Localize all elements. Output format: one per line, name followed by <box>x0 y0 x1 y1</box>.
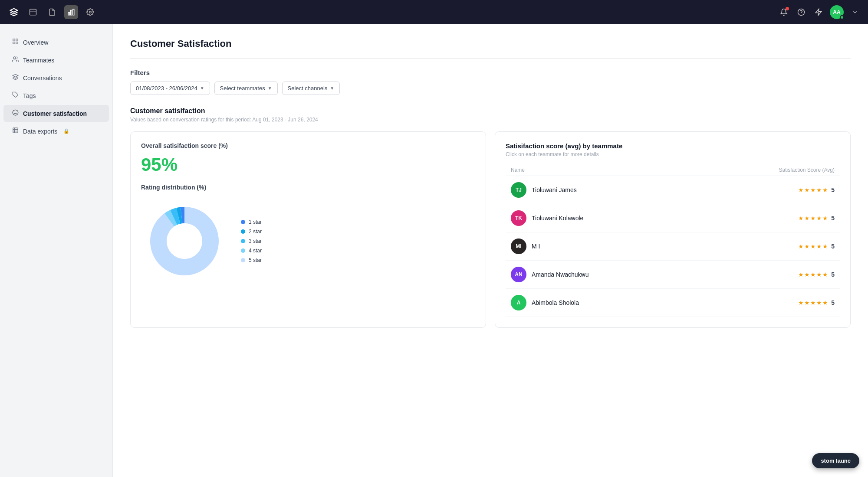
right-card-title: Satisifaction score (avg) by teammate <box>506 142 840 150</box>
avatar-mi: MI <box>511 238 526 254</box>
teammate-left-tj: TJ Tioluwani James <box>511 182 577 198</box>
svg-rect-9 <box>16 39 18 41</box>
legend-4star: 4 star <box>241 248 262 254</box>
legend-1star: 1 star <box>241 219 262 225</box>
overall-score: 95% <box>141 154 475 175</box>
bolt-icon[interactable] <box>812 6 825 18</box>
date-range-filter[interactable]: 01/08/2023 - 26/06/2024 ▼ <box>130 82 210 95</box>
layout: Overview Teammates Conversations Tags Cu… <box>0 0 868 477</box>
table-header: Name Satisfaction Score (Avg) <box>506 164 840 176</box>
svg-point-12 <box>13 57 16 59</box>
svg-point-15 <box>13 110 18 115</box>
score-num-a: 5 <box>831 299 835 306</box>
avatar-a: A <box>511 295 526 310</box>
channels-filter[interactable]: Select channels ▼ <box>282 82 340 95</box>
sidebar-item-data-exports[interactable]: Data exports 🔒 <box>3 123 109 140</box>
sidebar-item-tags[interactable]: Tags <box>3 87 109 104</box>
svg-marker-13 <box>13 74 18 77</box>
tag-icon <box>12 91 19 100</box>
svg-point-24 <box>167 223 202 259</box>
stars-tk: ★★★★★ 5 <box>798 215 835 222</box>
teammate-name-tj: Tioluwani James <box>532 186 577 193</box>
score-label: Overall satisifaction score (%) <box>141 142 475 149</box>
table-icon <box>12 127 19 135</box>
lock-icon: 🔒 <box>63 128 69 134</box>
right-card: Satisifaction score (avg) by teammate Cl… <box>495 131 851 328</box>
teammate-row-tj[interactable]: TJ Tioluwani James ★★★★★ 5 <box>506 176 840 204</box>
teammates-filter[interactable]: Select teammates ▼ <box>214 82 278 95</box>
left-card: Overall satisifaction score (%) 95% Rati… <box>130 131 486 328</box>
layers-icon <box>12 74 19 82</box>
score-num-mi: 5 <box>831 243 835 250</box>
topnav-right: AA <box>778 5 861 19</box>
svg-rect-10 <box>13 42 15 44</box>
teammates-filter-label: Select teammates <box>220 85 265 91</box>
stars-a: ★★★★★ 5 <box>798 299 835 306</box>
title-divider <box>130 58 851 59</box>
channels-chevron-icon: ▼ <box>330 86 334 91</box>
col-name: Name <box>511 167 525 173</box>
toast-label: stom launc <box>821 457 851 464</box>
page-title: Customer Satisfaction <box>130 38 851 49</box>
teammate-row-mi[interactable]: MI M I ★★★★★ 5 <box>506 232 840 261</box>
stars-tj: ★★★★★ 5 <box>798 186 835 193</box>
chevron-down-icon[interactable] <box>849 6 861 18</box>
sidebar-item-overview[interactable]: Overview <box>3 34 109 51</box>
5star-dot <box>241 258 245 262</box>
sidebar-conversations-label: Conversations <box>23 75 62 82</box>
teammate-row-an[interactable]: AN Amanda Nwachukwu ★★★★★ 5 <box>506 261 840 289</box>
toast: stom launc <box>812 453 859 468</box>
score-num-tk: 5 <box>831 215 835 222</box>
channels-filter-label: Select channels <box>288 85 328 91</box>
inbox-icon[interactable] <box>26 5 40 19</box>
topnav-left <box>7 5 97 19</box>
cards-row: Overall satisifaction score (%) 95% Rati… <box>130 131 851 328</box>
3star-dot <box>241 239 245 243</box>
settings-icon[interactable] <box>83 5 97 19</box>
score-num-tj: 5 <box>831 186 835 193</box>
sidebar-tags-label: Tags <box>23 92 36 99</box>
chart-icon[interactable] <box>64 5 78 19</box>
legend-2star: 2 star <box>241 229 262 235</box>
stars-display-tj: ★★★★★ <box>798 186 829 193</box>
chart-legend: 1 star 2 star 3 star 4 star <box>241 219 262 263</box>
svg-rect-18 <box>13 128 18 133</box>
bell-icon[interactable] <box>778 6 790 18</box>
grid-icon <box>12 38 19 46</box>
question-icon[interactable] <box>795 6 807 18</box>
teammate-row-tk[interactable]: TK Tioluwani Kolawole ★★★★★ 5 <box>506 204 840 232</box>
teammate-name-tk: Tioluwani Kolawole <box>532 215 583 222</box>
smile-icon <box>12 109 19 118</box>
svg-marker-7 <box>815 9 822 16</box>
logo-icon[interactable] <box>7 5 21 19</box>
svg-rect-3 <box>73 9 74 15</box>
teammate-left-an: AN Amanda Nwachukwu <box>511 267 589 282</box>
svg-rect-8 <box>13 39 15 41</box>
sidebar-item-conversations[interactable]: Conversations <box>3 69 109 86</box>
svg-rect-2 <box>71 10 72 15</box>
stars-mi: ★★★★★ 5 <box>798 243 835 250</box>
teammate-left-mi: MI M I <box>511 238 540 254</box>
4star-dot <box>241 248 245 253</box>
document-icon[interactable] <box>45 5 59 19</box>
date-chevron-icon: ▼ <box>200 86 204 91</box>
section-title: Customer satisifaction <box>130 107 851 115</box>
sidebar-data-exports-label: Data exports <box>23 128 57 135</box>
sidebar-item-teammates[interactable]: Teammates <box>3 52 109 69</box>
legend-3star: 3 star <box>241 238 262 244</box>
stars-display-an: ★★★★★ <box>798 271 829 278</box>
topnav: AA <box>0 0 868 24</box>
bell-badge <box>786 7 789 10</box>
filters-row: 01/08/2023 - 26/06/2024 ▼ Select teammat… <box>130 82 851 95</box>
col-score: Satisfaction Score (Avg) <box>779 167 835 173</box>
svg-rect-1 <box>68 12 69 15</box>
sidebar: Overview Teammates Conversations Tags Cu… <box>0 24 113 477</box>
sidebar-customer-satisfaction-label: Customer satisfaction <box>23 110 87 117</box>
teammates-chevron-icon: ▼ <box>268 86 272 91</box>
teammate-row-a[interactable]: A Abimbola Sholola ★★★★★ 5 <box>506 289 840 317</box>
sidebar-item-customer-satisfaction[interactable]: Customer satisfaction <box>3 105 109 122</box>
stars-display-tk: ★★★★★ <box>798 215 829 222</box>
chart-area: 1 star 2 star 3 star 4 star <box>141 198 475 284</box>
user-avatar[interactable]: AA <box>830 5 844 19</box>
donut-chart <box>141 198 228 284</box>
